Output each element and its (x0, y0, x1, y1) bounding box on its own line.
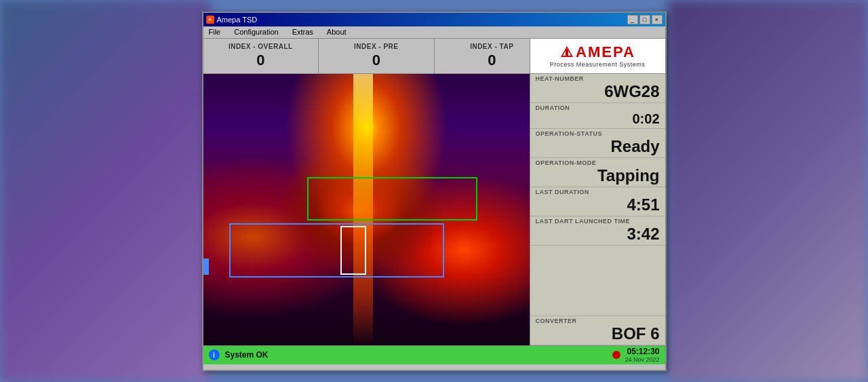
logo-icon (559, 45, 574, 60)
duration-label: DURATION (536, 104, 660, 111)
menu-about[interactable]: About (324, 28, 349, 36)
duration-value: 0:02 (536, 111, 660, 127)
operation-status-row: OPERATION-STATUS Ready (530, 129, 665, 158)
index-pre-value: 0 (372, 52, 380, 69)
dart-launched-row: Last dart launched time 3:42 (530, 216, 665, 246)
status-dot (612, 351, 620, 359)
titlebar: A Amepa TSD _ □ × (203, 13, 665, 26)
detection-rect-white (340, 226, 366, 275)
dart-launched-value: 3:42 (536, 225, 660, 244)
menubar: File Configuration Extras About (203, 26, 665, 39)
operation-status-label: OPERATION-STATUS (536, 130, 660, 137)
status-time: 05:12:30 (625, 347, 659, 356)
status-date: 24 Nov 2022 (625, 356, 659, 363)
index-pre-label: INDEX - PRE (354, 43, 399, 50)
last-duration-row: LAST DURATION 4:51 (530, 187, 665, 216)
top-row: INDEX - OVERALL 0 INDEX - PRE 0 INDEX - … (203, 39, 665, 74)
status-right: 05:12:30 24 Nov 2022 (612, 347, 659, 363)
logo-subtitle: Process Measurement Systems (550, 61, 646, 68)
status-text: System OK (225, 350, 608, 360)
status-time-block: 05:12:30 24 Nov 2022 (625, 347, 659, 363)
titlebar-buttons: _ □ × (627, 15, 663, 24)
index-tap-label: INDEX - TAP (470, 43, 513, 50)
menu-file[interactable]: File (206, 28, 224, 36)
converter-value: BOF 6 (536, 324, 660, 343)
app-icon: A (206, 16, 214, 24)
heat-number-value: 6WG28 (536, 82, 660, 101)
main-window: A Amepa TSD _ □ × File Configuration Ext… (202, 12, 667, 371)
operation-status-value: Ready (536, 137, 660, 156)
close-button[interactable]: × (652, 15, 663, 24)
titlebar-title-group: A Amepa TSD (206, 16, 258, 24)
converter-row: CONVERTER BOF 6 (530, 316, 665, 345)
heat-number-label: HEAT-NUMBER (536, 75, 660, 82)
heat-number-row: HEAT-NUMBER 6WG28 (530, 74, 665, 103)
operation-mode-row: OPERATION-MODE Tapping (530, 158, 665, 187)
detection-rect-blue (229, 223, 444, 278)
index-overall-label: INDEX - OVERALL (229, 43, 293, 50)
background-left (0, 0, 210, 382)
statusbar: i System OK 05:12:30 24 Nov 2022 (203, 345, 665, 364)
last-duration-value: 4:51 (536, 195, 660, 214)
maximize-button[interactable]: □ (639, 15, 650, 24)
operation-mode-value: Tapping (536, 166, 660, 185)
thermal-image-area (203, 74, 530, 345)
minimize-button[interactable]: _ (627, 15, 638, 24)
index-tap-value: 0 (488, 52, 496, 69)
index-overall-cell: INDEX - OVERALL 0 (203, 39, 319, 73)
background-right (668, 0, 868, 382)
menu-configuration[interactable]: Configuration (231, 28, 281, 36)
main-content: HEAT-NUMBER 6WG28 DURATION 0:02 OPERATIO… (203, 74, 665, 345)
index-overall-value: 0 (256, 52, 264, 69)
window-title: Amepa TSD (217, 16, 258, 24)
info-panel: HEAT-NUMBER 6WG28 DURATION 0:02 OPERATIO… (530, 74, 665, 345)
logo-area: AMEPA Process Measurement Systems (530, 39, 665, 74)
logo-name: AMEPA (576, 43, 635, 61)
dart-launched-label: Last dart launched time (536, 218, 660, 225)
svg-point-3 (566, 49, 568, 52)
detection-rect-green (307, 177, 477, 221)
svg-rect-2 (566, 51, 568, 56)
duration-row: DURATION 0:02 (530, 103, 665, 129)
menu-extras[interactable]: Extras (290, 28, 316, 36)
side-indicator (203, 259, 209, 275)
info-spacer (530, 246, 665, 316)
index-pre-cell: INDEX - PRE 0 (319, 39, 435, 73)
converter-label: CONVERTER (536, 318, 660, 324)
status-info-icon: i (209, 349, 220, 360)
operation-mode-label: OPERATION-MODE (536, 159, 660, 166)
last-duration-label: LAST DURATION (536, 189, 660, 195)
